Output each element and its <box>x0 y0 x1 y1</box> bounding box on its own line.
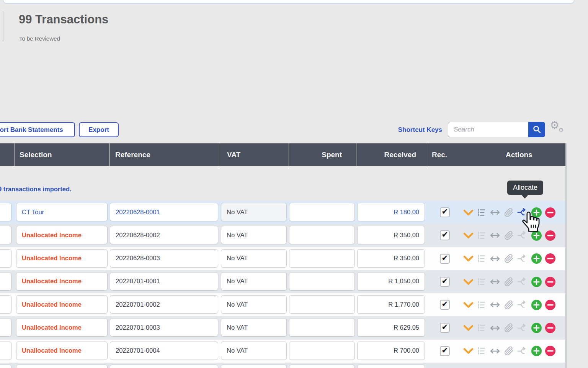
allocate-icon[interactable] <box>517 301 528 309</box>
attachment-icon[interactable] <box>504 346 514 356</box>
received-field[interactable]: R 1,770.00 <box>357 295 425 314</box>
column-header-rec[interactable]: Rec. <box>432 151 447 159</box>
allocate-icon[interactable] <box>517 208 528 217</box>
spent-field[interactable] <box>289 318 355 337</box>
date-field[interactable] <box>0 249 11 268</box>
reference-field[interactable]: 20220628-0002 <box>110 226 218 244</box>
transfer-arrows-icon[interactable] <box>489 279 501 285</box>
received-field[interactable]: R 1,050.00 <box>357 272 425 291</box>
remove-icon[interactable] <box>545 300 555 310</box>
reconciled-checkbox[interactable]: ✔ <box>440 207 450 217</box>
shortcut-keys-link[interactable]: Shortcut Keys <box>386 126 442 134</box>
add-icon[interactable] <box>531 277 542 287</box>
reconciled-checkbox[interactable]: ✔ <box>440 300 450 310</box>
column-header-actions[interactable]: Actions <box>506 151 532 159</box>
spent-field[interactable] <box>289 203 355 221</box>
vat-field[interactable] <box>221 365 287 368</box>
reference-field[interactable]: 20220628-0001 <box>110 203 218 221</box>
spent-field[interactable] <box>289 249 355 268</box>
transfer-arrows-icon[interactable] <box>489 325 501 331</box>
attachment-icon[interactable] <box>504 231 514 240</box>
spent-field[interactable] <box>289 272 355 291</box>
remove-icon[interactable] <box>545 253 555 264</box>
reconciled-checkbox[interactable]: ✔ <box>440 230 450 240</box>
spent-field[interactable] <box>289 365 355 368</box>
vat-field[interactable]: No VAT <box>221 295 287 314</box>
column-header-vat[interactable]: VAT <box>220 143 289 166</box>
reconciled-checkbox[interactable]: ✔ <box>440 277 450 287</box>
chevron-down-icon[interactable] <box>463 209 474 216</box>
allocate-icon[interactable] <box>517 278 528 286</box>
date-field[interactable] <box>0 318 11 337</box>
details-list-icon[interactable] <box>477 208 486 217</box>
selection-field[interactable]: Unallocated Income <box>16 249 108 268</box>
chevron-down-icon[interactable] <box>463 302 474 308</box>
chevron-down-icon[interactable] <box>463 232 474 239</box>
date-field[interactable] <box>0 365 11 368</box>
search-input[interactable] <box>448 122 528 137</box>
spent-field[interactable] <box>289 295 355 314</box>
reference-field[interactable]: 20220701-0004 <box>110 342 218 360</box>
chevron-down-icon[interactable] <box>463 279 474 285</box>
attachment-icon[interactable] <box>504 254 514 263</box>
allocate-icon[interactable] <box>517 231 528 240</box>
vat-field[interactable]: No VAT <box>221 226 287 244</box>
selection-field[interactable]: Unallocated Income <box>16 272 108 291</box>
details-list-icon[interactable] <box>477 231 486 240</box>
vat-field[interactable]: No VAT <box>221 249 287 268</box>
reference-field[interactable]: 20220628-0003 <box>110 249 218 268</box>
received-field[interactable]: R 700.00 <box>357 342 425 360</box>
selection-field[interactable]: CT Tour <box>16 203 108 221</box>
settings-button[interactable]: ⚙ ⚙ <box>550 120 567 137</box>
date-field[interactable] <box>0 295 11 314</box>
add-icon[interactable] <box>531 207 542 218</box>
spent-field[interactable] <box>289 226 355 244</box>
remove-icon[interactable] <box>545 230 555 241</box>
transfer-arrows-icon[interactable] <box>489 209 501 215</box>
received-field[interactable]: R 180.00 <box>357 203 425 221</box>
attachment-icon[interactable] <box>504 300 514 310</box>
reference-field[interactable]: 20220701-0001 <box>110 272 218 291</box>
remove-icon[interactable] <box>545 346 555 356</box>
selection-field[interactable]: Unallocated Income <box>16 295 108 314</box>
import-bank-statements-button[interactable]: Import Bank Statements <box>0 122 75 137</box>
column-header-date-stub[interactable] <box>0 143 15 166</box>
remove-icon[interactable] <box>545 207 555 218</box>
add-icon[interactable] <box>531 253 542 264</box>
details-list-icon[interactable] <box>477 347 486 355</box>
chevron-down-icon[interactable] <box>463 348 474 354</box>
received-field[interactable]: R 350.00 <box>357 226 425 244</box>
reconciled-checkbox[interactable]: ✔ <box>440 323 450 333</box>
allocate-icon[interactable] <box>517 324 528 332</box>
reference-field[interactable]: 20220701-0003 <box>110 318 218 337</box>
selection-field[interactable] <box>16 365 108 368</box>
details-list-icon[interactable] <box>477 278 486 286</box>
export-button[interactable]: Export <box>79 122 119 137</box>
vat-field[interactable]: No VAT <box>221 203 287 221</box>
add-icon[interactable] <box>531 346 542 356</box>
selection-field[interactable]: Unallocated Income <box>16 226 108 244</box>
chevron-down-icon[interactable] <box>463 255 474 262</box>
remove-icon[interactable] <box>545 323 555 333</box>
vat-field[interactable]: No VAT <box>221 272 287 291</box>
attachment-icon[interactable] <box>504 323 514 333</box>
column-header-reference[interactable]: Reference <box>109 143 220 166</box>
transfer-arrows-icon[interactable] <box>489 302 501 308</box>
received-field[interactable] <box>357 365 425 368</box>
reconciled-checkbox[interactable]: ✔ <box>440 346 450 356</box>
add-icon[interactable] <box>531 230 542 241</box>
add-icon[interactable] <box>531 300 542 310</box>
transfer-arrows-icon[interactable] <box>489 232 501 238</box>
selection-field[interactable]: Unallocated Income <box>16 318 108 337</box>
chevron-down-icon[interactable] <box>463 325 474 331</box>
vat-field[interactable]: No VAT <box>221 342 287 360</box>
vat-field[interactable]: No VAT <box>221 318 287 337</box>
allocate-icon[interactable] <box>517 347 528 355</box>
column-header-received[interactable]: Received <box>356 143 427 166</box>
date-field[interactable] <box>0 226 11 244</box>
transfer-arrows-icon[interactable] <box>489 348 501 354</box>
reference-field[interactable] <box>110 365 218 368</box>
received-field[interactable]: R 350.00 <box>357 249 425 268</box>
transfer-arrows-icon[interactable] <box>489 256 501 262</box>
date-field[interactable] <box>0 272 11 291</box>
